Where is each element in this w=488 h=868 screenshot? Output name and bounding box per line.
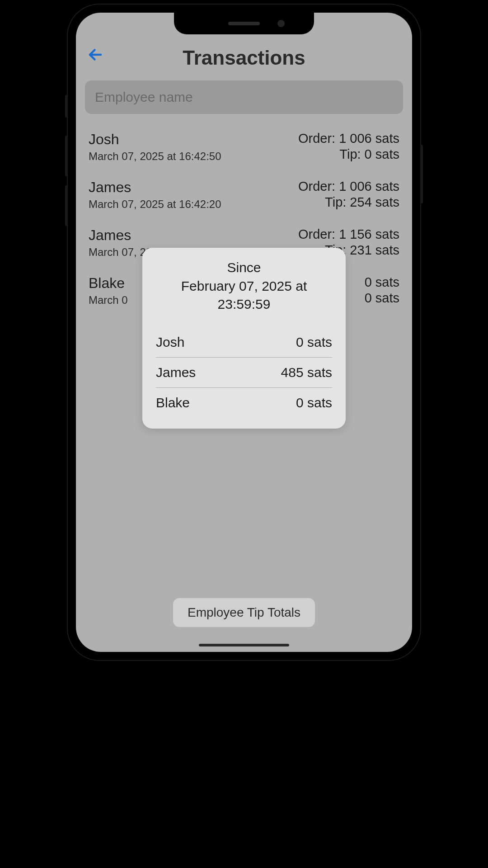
camera-icon: [277, 20, 285, 27]
notch: [174, 13, 314, 34]
power-button: [420, 145, 423, 203]
content-area: Transactions Josh March 07, 2025 at 16:4…: [76, 13, 412, 652]
modal-row-name: James: [156, 365, 196, 380]
transaction-tip: 0 sats: [365, 291, 399, 306]
transaction-left: James March 07, 2025 at 16:42:20: [89, 179, 221, 211]
transaction-order: Order: 1 156 sats: [298, 227, 399, 242]
transaction-row[interactable]: James March 07, 2025 at 16:42:20 Order: …: [85, 171, 403, 219]
transaction-left: Blake March 0: [89, 275, 128, 307]
modal-row: Josh 0 sats: [156, 327, 332, 358]
transaction-time: March 07, 2025 at 16:42:50: [89, 150, 221, 163]
transaction-row[interactable]: Josh March 07, 2025 at 16:42:50 Order: 1…: [85, 123, 403, 171]
home-indicator[interactable]: [199, 644, 289, 646]
modal-since-label: Since: [156, 259, 332, 277]
page-title: Transactions: [183, 47, 305, 69]
modal-row: James 485 sats: [156, 358, 332, 388]
modal-title: Since February 07, 2025 at 23:59:59: [156, 259, 332, 314]
header: Transactions: [85, 47, 403, 80]
modal-row-amount: 0 sats: [296, 395, 332, 410]
transaction-name: Blake: [89, 275, 128, 292]
transaction-tip: Tip: 254 sats: [325, 195, 399, 210]
employee-tip-totals-button[interactable]: Employee Tip Totals: [173, 598, 315, 627]
modal-since-date: February 07, 2025 at 23:59:59: [156, 277, 332, 314]
transaction-name: James: [89, 227, 221, 244]
transaction-name: James: [89, 179, 221, 196]
phone-frame: Transactions Josh March 07, 2025 at 16:4…: [68, 5, 420, 660]
transaction-order: Order: 1 006 sats: [298, 131, 399, 146]
tip-totals-modal: Since February 07, 2025 at 23:59:59 Josh…: [142, 248, 346, 429]
modal-row-name: Josh: [156, 335, 184, 350]
button-label: Employee Tip Totals: [188, 605, 300, 619]
modal-row-name: Blake: [156, 395, 190, 410]
transaction-left: Josh March 07, 2025 at 16:42:50: [89, 131, 221, 163]
speaker-icon: [228, 22, 260, 25]
modal-row: Blake 0 sats: [156, 388, 332, 418]
transaction-right: Order: 1 006 sats Tip: 254 sats: [298, 179, 399, 211]
transaction-time: March 0: [89, 294, 128, 307]
search-input[interactable]: [85, 80, 403, 114]
transaction-name: Josh: [89, 131, 221, 148]
screen: Transactions Josh March 07, 2025 at 16:4…: [76, 13, 412, 652]
volume-up-button: [65, 136, 68, 176]
modal-row-amount: 0 sats: [296, 335, 332, 350]
modal-row-amount: 485 sats: [281, 365, 332, 380]
volume-down-button: [65, 185, 68, 226]
transaction-right: Order: 1 006 sats Tip: 0 sats: [298, 131, 399, 163]
transaction-order: Order: 1 006 sats: [298, 179, 399, 194]
transaction-right: 0 sats 0 sats: [365, 275, 399, 307]
arrow-left-icon: [87, 47, 103, 63]
back-button[interactable]: [87, 47, 103, 67]
transaction-order: 0 sats: [365, 275, 399, 290]
transaction-tip: Tip: 0 sats: [339, 147, 399, 162]
side-button: [65, 95, 68, 118]
transaction-time: March 07, 2025 at 16:42:20: [89, 198, 221, 211]
